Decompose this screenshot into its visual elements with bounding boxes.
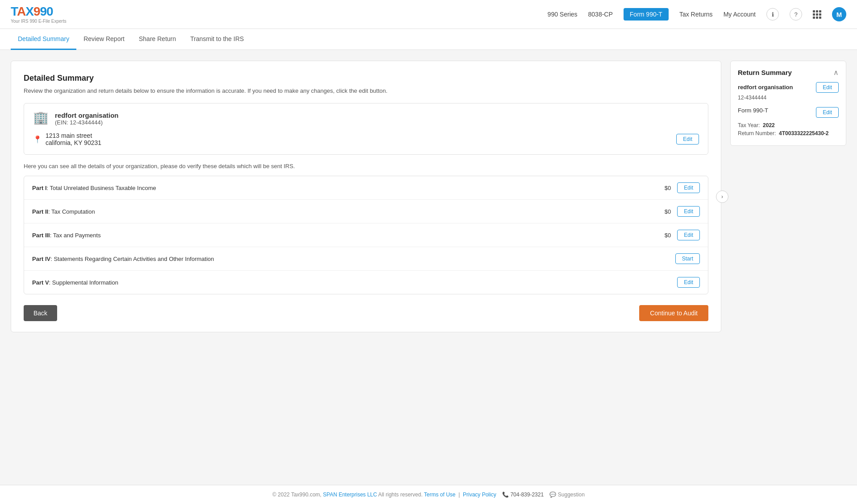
part-ii-edit-button[interactable]: Edit — [677, 206, 700, 217]
tabs-bar: Detailed Summary Review Report Share Ret… — [0, 29, 857, 50]
org-address: 1213 main street california, KY 90231 — [46, 132, 101, 146]
panel-title: Detailed Summary — [24, 74, 708, 83]
org-address-inner: 📍 1213 main street california, KY 90231 — [33, 132, 101, 146]
part-iii-edit-button[interactable]: Edit — [677, 230, 700, 240]
part-i-right: $0 Edit — [657, 182, 700, 193]
sidebar: Return Summary ∧ redfort organisation Ed… — [730, 61, 846, 146]
org-ein: (EIN: 12-4344444) — [55, 119, 119, 126]
part-iii-amount: $0 — [657, 232, 671, 239]
logo-text: TAX990 — [11, 5, 67, 18]
footer-suggestion: 💬 Suggestion — [549, 492, 584, 498]
part-iii-label: Part III: Tax and Payments — [32, 232, 101, 239]
part-v-label: Part V: Supplemental Information — [32, 279, 118, 286]
part-i-rest: : Total Unrelated Business Taxable Incom… — [47, 185, 156, 191]
part-i-edit-button[interactable]: Edit — [677, 182, 700, 193]
sidebar-org-row: redfort organisation Edit — [738, 82, 839, 93]
org-address-row: 📍 1213 main street california, KY 90231 … — [33, 132, 699, 146]
sidebar-org-edit-button[interactable]: Edit — [816, 82, 839, 93]
sidebar-return-number-value: 4T0033322225430-2 — [779, 130, 828, 136]
content-panel: Detailed Summary Review the organization… — [11, 61, 721, 332]
part-iv-bold: Part IV — [32, 256, 50, 262]
part-ii-amount: $0 — [657, 208, 671, 215]
details-note: Here you can see all the details of your… — [24, 163, 708, 169]
nav-form-990t[interactable]: Form 990-T — [624, 8, 669, 21]
panel-description: Review the organization and return detai… — [24, 87, 708, 94]
sidebar-tax-year-value: 2022 — [763, 122, 775, 128]
org-top: 🏢 redfort organisation (EIN: 12-4344444) — [33, 112, 699, 126]
table-row: Part V: Supplemental Information Edit — [24, 271, 708, 294]
table-row: Part I: Total Unrelated Business Taxable… — [24, 176, 708, 200]
table-row: Part IV: Statements Regarding Certain Ac… — [24, 247, 708, 271]
content-wrapper: Detailed Summary Review the organization… — [11, 61, 721, 332]
nav-8038-cp[interactable]: 8038-CP — [588, 11, 613, 18]
sidebar-form-row: Form 990-T Edit — [738, 107, 839, 118]
org-address-line1: 1213 main street — [46, 132, 101, 139]
part-iv-start-button[interactable]: Start — [675, 253, 700, 264]
table-row: Part II: Tax Computation $0 Edit — [24, 200, 708, 223]
org-address-line2: california, KY 90231 — [46, 139, 101, 146]
sidebar-return-number: Return Number: 4T0033322225430-2 — [738, 130, 839, 136]
avatar[interactable]: M — [832, 7, 846, 21]
footer-rights: All rights reserved. — [378, 492, 422, 498]
logo: TAX990 Your IRS 990 E-File Experts — [11, 5, 67, 24]
footer-phone: 📞 704-839-2321 — [502, 492, 544, 498]
footer-privacy-link[interactable]: Privacy Policy — [463, 492, 496, 498]
sidebar-title: Return Summary — [738, 69, 792, 76]
footer-terms-link[interactable]: Terms of Use — [424, 492, 456, 498]
ein-label: EIN: — [57, 119, 68, 126]
sidebar-ein: 12-4344444 — [738, 95, 839, 101]
part-ii-bold: Part II — [32, 208, 48, 215]
part-iii-bold: Part III — [32, 232, 50, 239]
part-i-label: Part I: Total Unrelated Business Taxable… — [32, 185, 156, 191]
part-iii-rest: : Tax and Payments — [50, 232, 101, 239]
main-layout: Detailed Summary Review the organization… — [0, 50, 857, 343]
part-iii-right: $0 Edit — [657, 230, 700, 240]
footer-copy: © 2022 Tax990.com, — [272, 492, 321, 498]
tab-share-return[interactable]: Share Return — [132, 29, 183, 50]
page-footer: © 2022 Tax990.com, SPAN Enterprises LLC … — [0, 485, 857, 504]
building-icon: 🏢 — [33, 112, 49, 124]
sidebar-tax-year-label: Tax Year: — [738, 122, 760, 128]
part-ii-rest: : Tax Computation — [48, 208, 95, 215]
part-v-edit-button[interactable]: Edit — [677, 277, 700, 288]
nav-right: 990 Series 8038-CP Form 990-T Tax Return… — [548, 7, 846, 21]
ein-value: 12-4344444 — [70, 119, 100, 126]
part-i-bold: Part I — [32, 185, 47, 191]
org-info: redfort organisation (EIN: 12-4344444) — [55, 112, 119, 126]
sidebar-return-number-label: Return Number: — [738, 130, 776, 136]
org-edit-button[interactable]: Edit — [676, 134, 699, 145]
part-i-amount: $0 — [657, 185, 671, 191]
nav-my-account[interactable]: My Account — [724, 11, 756, 18]
org-card: 🏢 redfort organisation (EIN: 12-4344444)… — [24, 103, 708, 155]
sidebar-org-name: redfort organisation — [738, 84, 793, 91]
back-button[interactable]: Back — [24, 305, 57, 321]
apps-icon[interactable] — [813, 10, 821, 19]
sidebar-form-edit-button[interactable]: Edit — [816, 107, 839, 118]
nav-tax-returns[interactable]: Tax Returns — [679, 11, 713, 18]
sidebar-header: Return Summary ∧ — [738, 68, 839, 77]
tab-review-report[interactable]: Review Report — [76, 29, 132, 50]
part-v-rest: : Supplemental Information — [49, 279, 118, 286]
continue-button[interactable]: Continue to Audit — [639, 305, 708, 321]
table-row: Part III: Tax and Payments $0 Edit — [24, 223, 708, 247]
tab-detailed-summary[interactable]: Detailed Summary — [11, 29, 76, 50]
part-ii-label: Part II: Tax Computation — [32, 208, 95, 215]
footer-buttons: Back Continue to Audit — [24, 305, 708, 321]
part-iv-right: Start — [656, 253, 700, 264]
collapse-icon[interactable]: ∧ — [833, 68, 839, 77]
logo-subtitle: Your IRS 990 E-File Experts — [11, 19, 67, 24]
part-iv-rest: : Statements Regarding Certain Activitie… — [50, 256, 214, 262]
help-icon[interactable]: ? — [790, 8, 802, 21]
nav-990-series[interactable]: 990 Series — [548, 11, 578, 18]
info-icon[interactable]: ℹ — [766, 8, 779, 21]
org-name: redfort organisation — [55, 112, 119, 119]
part-iv-label: Part IV: Statements Regarding Certain Ac… — [32, 256, 214, 262]
expand-panel-button[interactable]: › — [716, 190, 728, 203]
sidebar-form-name: Form 990-T — [738, 107, 768, 114]
footer-span-link[interactable]: SPAN Enterprises LLC — [323, 492, 377, 498]
part-v-bold: Part V — [32, 279, 49, 286]
part-v-right: Edit — [657, 277, 700, 288]
header: TAX990 Your IRS 990 E-File Experts 990 S… — [0, 0, 857, 29]
location-icon: 📍 — [33, 135, 42, 144]
tab-transmit-irs[interactable]: Transmit to the IRS — [183, 29, 251, 50]
